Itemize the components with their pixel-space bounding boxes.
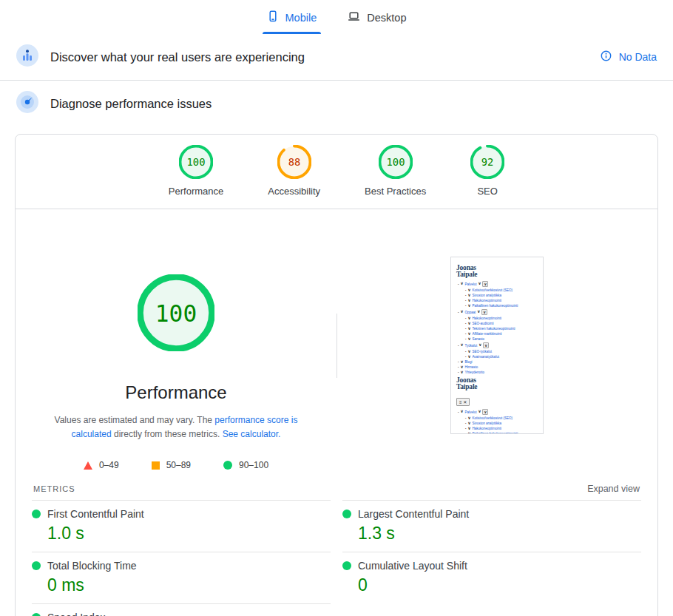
metric-pass-dot-icon xyxy=(32,613,41,616)
info-icon xyxy=(601,50,612,64)
thumb-nav-item: • ∨ Hakukoneoptimointi xyxy=(456,317,538,321)
expand-view-button[interactable]: Expand view xyxy=(587,484,640,494)
thumb-link-text: SEO-auditointi xyxy=(472,322,493,325)
thumb-chevron-icon: ∨ xyxy=(460,360,463,365)
thumb-link-text: Palvelut xyxy=(464,282,476,286)
thumb-bullet: • xyxy=(465,299,466,302)
thumb-chevron-icon: ∨ xyxy=(460,310,463,314)
category-scores-row: 100 Performance 88 Accessibility 100 Bes… xyxy=(16,135,657,209)
thumb-chevron-icon: ∨ xyxy=(478,343,481,348)
no-data-label: No Data xyxy=(619,51,657,63)
tab-desktop[interactable]: Desktop xyxy=(337,3,416,34)
thumb-chevron-icon: ∨ xyxy=(467,294,470,298)
thumb-nav-item: • ∨ Sivuston analytiikka xyxy=(456,294,538,298)
category-score-best-practices[interactable]: 100 Best Practices xyxy=(365,145,426,197)
category-score-accessibility[interactable]: 88 Accessibility xyxy=(268,145,320,197)
thumb-nav-item: • ∨ Palvelut∨ ∨ xyxy=(456,281,538,287)
thumb-bullet: • xyxy=(458,365,459,369)
thumb-chevron-icon: ∨ xyxy=(467,432,470,434)
thumb-bullet: • xyxy=(458,344,459,348)
metric-label: Speed Index xyxy=(47,612,106,616)
thumb-site-logo: JoonasTaipale xyxy=(456,377,538,390)
gauge-ring: 100 xyxy=(379,145,413,179)
page-screenshot-thumbnail[interactable]: JoonasTaipale• ∨ Palvelut∨ ∨• ∨ Kotisivu… xyxy=(450,257,544,434)
disclaimer-text-2: directly from these metrics. xyxy=(112,429,223,439)
thumb-chevron-icon: ∨ xyxy=(467,304,470,308)
category-label: SEO xyxy=(477,186,497,197)
thumb-link-text: Oppaat xyxy=(464,311,476,314)
no-data-status[interactable]: No Data xyxy=(601,50,657,64)
thumb-bullet: • xyxy=(465,317,466,320)
score-disclaimer: Values are estimated and may vary. The p… xyxy=(47,413,305,441)
thumb-chevron-icon: ∨ xyxy=(467,332,470,336)
thumb-chevron-button-icon: ∨ xyxy=(481,309,487,315)
thumb-link-text: Kotisivut/verkkosivut (SEO) xyxy=(472,416,513,420)
thumb-nav-item: • ∨ Kotisivut/verkkosivut (SEO) xyxy=(456,416,538,421)
thumb-bullet: • xyxy=(465,432,466,434)
discover-section-header: Discover what your real users are experi… xyxy=(0,34,673,81)
performance-gauge-title: Performance xyxy=(125,382,226,403)
laptop-icon xyxy=(348,10,360,24)
thumb-nav-item: • ∨ Affiliate-markkinointi xyxy=(456,332,538,336)
thumb-bullet: • xyxy=(465,288,466,292)
legend-square-icon xyxy=(152,461,160,470)
thumb-nav-item: • ∨ Blogi xyxy=(456,360,538,365)
thumb-bullet: • xyxy=(465,294,466,297)
svg-text:100: 100 xyxy=(155,300,197,327)
thumb-chevron-icon: ∨ xyxy=(467,322,470,326)
thumb-chevron-icon: ∨ xyxy=(467,317,470,321)
thumb-nav-item: • ∨ SEO-työkalut xyxy=(456,350,538,354)
score-range-legend: 0–49 50–89 90–100 xyxy=(84,460,268,470)
svg-text:92: 92 xyxy=(481,156,494,168)
thumb-bullet: • xyxy=(465,355,466,359)
diagnose-section-header: Diagnose performance issues xyxy=(0,81,673,126)
thumb-bullet: • xyxy=(465,304,466,308)
metric-pass-dot-icon xyxy=(32,510,41,518)
thumb-link-text: Affiliate-markkinointi xyxy=(472,332,501,336)
speedometer-icon xyxy=(16,91,38,116)
thumb-link-text: Hakukoneoptimointi xyxy=(472,299,501,302)
thumb-link-text: Tekninen hakukoneoptimointi xyxy=(472,327,515,331)
thumb-chevron-icon: ∨ xyxy=(467,355,470,359)
metric-pass-dot-icon xyxy=(342,510,351,518)
legend-range: 90–100 xyxy=(239,460,268,470)
diagnose-title: Diagnose performance issues xyxy=(50,97,212,111)
active-tab-indicator xyxy=(263,32,322,34)
thumb-link-text: Työkalut xyxy=(464,344,477,348)
metrics-column-left: First Contentful Paint 1.0 s Total Block… xyxy=(32,500,331,616)
see-calculator-link[interactable]: See calculator. xyxy=(223,429,281,439)
metric-cumulative-layout-shift: Cumulative Layout Shift 0 xyxy=(342,552,641,603)
tab-mobile[interactable]: Mobile xyxy=(257,3,328,34)
category-score-performance[interactable]: 100 Performance xyxy=(169,145,223,197)
thumb-chevron-icon: ∨ xyxy=(467,350,470,354)
metric-value: 0 ms xyxy=(47,575,331,595)
thumb-link-text: Sanasto xyxy=(472,337,484,341)
thumb-link-text: Sivuston analytiikka xyxy=(472,422,501,425)
gauge-ring: 88 xyxy=(277,145,311,179)
thumb-bullet: • xyxy=(465,350,466,353)
thumb-nav-item: • ∨ Avainsanatyökalut xyxy=(456,355,538,359)
thumb-nav-item: • ∨ Sivuston analytiikka xyxy=(456,422,538,426)
metrics-column-right: Largest Contentful Paint 1.3 s Cumulativ… xyxy=(342,500,641,616)
thumb-chevron-button-icon: ∨ xyxy=(483,342,489,348)
thumb-chevron-icon: ∨ xyxy=(478,282,481,286)
thumb-nav-item: • ∨ Kotisivut/verkkosivut (SEO) xyxy=(456,288,538,293)
thumb-chevron-icon: ∨ xyxy=(460,282,463,286)
thumb-link-text: Sivuston analytiikka xyxy=(472,294,501,297)
lighthouse-report-card: 100 Performance 88 Accessibility 100 Bes… xyxy=(15,134,658,616)
performance-summary-area: 100 Performance Values are estimated and… xyxy=(16,209,657,470)
thumb-chevron-icon: ∨ xyxy=(460,343,463,348)
thumb-bullet: • xyxy=(458,282,459,286)
metric-value: 1.0 s xyxy=(47,524,331,544)
category-label: Accessibility xyxy=(268,186,320,197)
thumb-chevron-icon: ∨ xyxy=(460,410,463,414)
thumb-chevron-icon: ∨ xyxy=(467,422,470,426)
category-score-seo[interactable]: 92 SEO xyxy=(470,145,504,197)
thumb-nav-item: • ∨ Yhteydenotto xyxy=(456,370,538,375)
thumb-nav-item: • ∨ Hinnasto xyxy=(456,365,538,370)
thumb-chevron-button-icon: ∨ xyxy=(482,281,488,287)
tab-mobile-label: Mobile xyxy=(285,12,317,24)
thumb-link-text: Hakukoneoptimointi xyxy=(472,427,501,430)
thumb-link-text: Kotisivut/verkkosivut (SEO) xyxy=(472,288,513,292)
thumb-bullet: • xyxy=(465,332,466,336)
